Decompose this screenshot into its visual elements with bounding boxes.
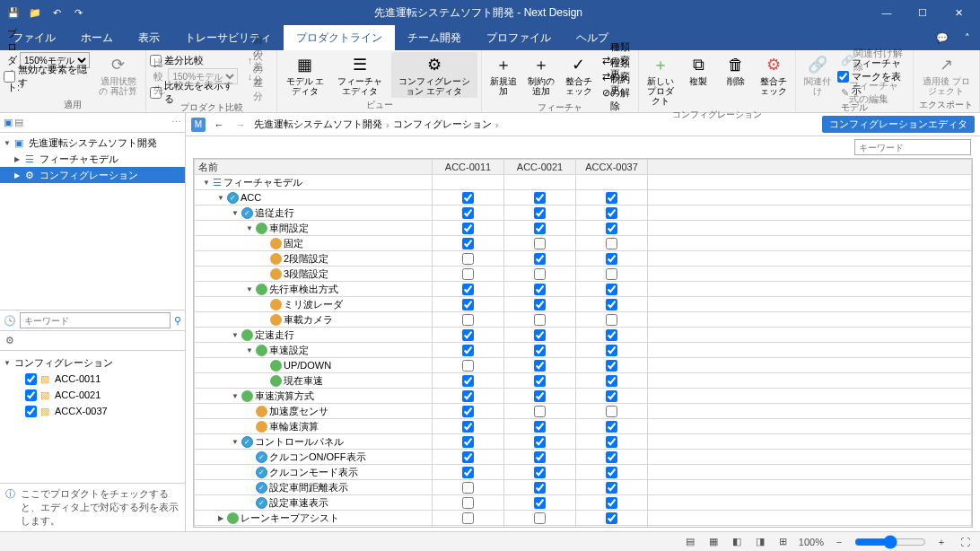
grid-row[interactable]: ▶自動緊急ブレーキ bbox=[195, 526, 972, 529]
next-diff-button[interactable]: ↓次の差分 bbox=[243, 68, 273, 84]
feature-checkbox[interactable] bbox=[534, 497, 546, 509]
feature-checkbox[interactable] bbox=[462, 482, 474, 494]
feature-checkbox[interactable] bbox=[462, 253, 474, 265]
feature-checkbox[interactable] bbox=[606, 268, 617, 280]
feature-checkbox[interactable] bbox=[606, 528, 617, 529]
qat-save-icon[interactable]: 💾 bbox=[4, 3, 23, 22]
feature-checkbox[interactable] bbox=[534, 421, 546, 433]
feature-checkbox[interactable] bbox=[462, 223, 474, 234]
feature-checkbox[interactable] bbox=[462, 329, 474, 341]
grid-row[interactable]: ▼✓ACC bbox=[195, 190, 972, 206]
feature-checkbox[interactable] bbox=[462, 360, 474, 372]
cfg-item[interactable]: ▧ACCX-0037 bbox=[0, 403, 185, 419]
feature-checkbox[interactable] bbox=[462, 268, 474, 280]
feature-checkbox[interactable] bbox=[606, 207, 617, 219]
feature-checkbox[interactable] bbox=[606, 512, 617, 524]
add-constraint-button[interactable]: ＋制約の追加 bbox=[523, 52, 559, 98]
feature-checkbox[interactable] bbox=[534, 284, 546, 295]
associate-button[interactable]: 🔗関連付け bbox=[800, 52, 836, 98]
breadcrumb-segment[interactable]: 先進運転システムソフト開発 bbox=[254, 118, 382, 131]
row-expander[interactable]: ▼ bbox=[231, 331, 240, 339]
feature-checkbox[interactable] bbox=[534, 314, 546, 326]
feature-checkbox[interactable] bbox=[534, 467, 546, 478]
feature-grid[interactable]: 名前ACC-0011ACC-0021ACCX-0037▼☰フィーチャモデル▼✓A… bbox=[193, 158, 973, 528]
tree-root[interactable]: ▼▣先進運転システムソフト開発 bbox=[0, 135, 185, 151]
feature-checkbox[interactable] bbox=[534, 329, 546, 341]
feature-checkbox[interactable] bbox=[462, 375, 474, 387]
feature-checkbox[interactable] bbox=[606, 390, 617, 402]
tab-options-icon[interactable]: ⋯ bbox=[171, 117, 181, 128]
feature-checkbox[interactable] bbox=[606, 299, 617, 310]
sb-view2-icon[interactable]: ▦ bbox=[705, 536, 722, 547]
row-expander[interactable]: ▼ bbox=[245, 346, 254, 354]
feature-checkbox[interactable] bbox=[606, 375, 617, 387]
menu-tab-6[interactable]: プロファイル bbox=[474, 25, 564, 50]
feature-checkbox[interactable] bbox=[462, 467, 474, 478]
feature-checkbox[interactable] bbox=[606, 406, 617, 417]
export-button[interactable]: ↗適用後 プロジェクト bbox=[917, 52, 976, 98]
feature-checkbox[interactable] bbox=[462, 299, 474, 310]
menu-tab-1[interactable]: ホーム bbox=[68, 25, 126, 50]
feature-checkbox[interactable] bbox=[462, 451, 474, 463]
feature-checkbox[interactable] bbox=[606, 238, 617, 249]
grid-row[interactable]: ▶レーンキープアシスト bbox=[195, 511, 972, 526]
row-expander[interactable]: ▶ bbox=[216, 514, 225, 522]
feature-checkbox[interactable] bbox=[606, 284, 617, 295]
maximize-button[interactable]: ☐ bbox=[905, 0, 941, 25]
feature-checkbox[interactable] bbox=[462, 314, 474, 326]
feature-checkbox[interactable] bbox=[606, 314, 617, 326]
feature-checkbox[interactable] bbox=[462, 192, 474, 204]
feature-checkbox[interactable] bbox=[534, 253, 546, 265]
grid-row[interactable]: ▼先行車検出方式 bbox=[195, 282, 972, 297]
grid-row[interactable]: 3段階設定 bbox=[195, 267, 972, 282]
grid-filter-input[interactable] bbox=[854, 139, 971, 155]
feature-checkbox[interactable] bbox=[534, 360, 546, 372]
row-expander[interactable]: ▼ bbox=[231, 209, 240, 217]
feature-checkbox[interactable] bbox=[606, 329, 617, 341]
grid-row[interactable]: UP/DOWN bbox=[195, 358, 972, 373]
fit-button[interactable]: ⛶ bbox=[957, 537, 973, 547]
config-editor-button[interactable]: ⚙コンフィグレーション エディタ bbox=[391, 52, 477, 98]
grid-row[interactable]: ✓設定車速表示 bbox=[195, 495, 972, 511]
feature-checkbox[interactable] bbox=[462, 238, 474, 249]
qat-undo-icon[interactable]: ↶ bbox=[47, 3, 66, 22]
grid-row[interactable]: 固定 bbox=[195, 236, 972, 251]
keyword-input[interactable] bbox=[20, 312, 171, 328]
config-editor-badge[interactable]: コンフィグレーションエディタ bbox=[822, 116, 975, 133]
cfg-item-checkbox[interactable] bbox=[25, 406, 37, 417]
breadcrumb-segment[interactable]: コンフィグレーション bbox=[393, 118, 492, 131]
cfg-item[interactable]: ▧ACC-0011 bbox=[0, 371, 185, 387]
compare-to-select[interactable]: 比較先: 150%モデル bbox=[150, 68, 242, 84]
feature-checkbox[interactable] bbox=[606, 360, 617, 372]
cfg-root[interactable]: ▼コンフィグレーション bbox=[0, 354, 185, 371]
grid-row[interactable]: ▼車間設定 bbox=[195, 221, 972, 236]
grid-row[interactable]: ▼車速設定 bbox=[195, 343, 972, 358]
new-product-button[interactable]: ＋新しい プロダクト bbox=[643, 52, 678, 108]
recent-icon[interactable]: 🕓 bbox=[4, 315, 16, 327]
grid-header[interactable]: ACCX-0037 bbox=[576, 160, 648, 175]
grid-row[interactable]: ミリ波レーダ bbox=[195, 297, 972, 312]
feature-checkbox[interactable] bbox=[534, 406, 546, 417]
feature-checkbox[interactable] bbox=[606, 192, 617, 204]
grid-row[interactable]: 車載カメラ bbox=[195, 312, 972, 328]
filter-icon[interactable]: ⚲ bbox=[174, 315, 181, 327]
zoom-out-button[interactable]: − bbox=[831, 537, 847, 547]
grid-row[interactable]: ▼車速演算方式 bbox=[195, 389, 972, 404]
sb-view4-icon[interactable]: ◨ bbox=[752, 536, 768, 547]
feature-checkbox[interactable] bbox=[462, 390, 474, 402]
hide-invalid-checkbox[interactable]: 無効な要素を隠す bbox=[4, 68, 93, 84]
menu-tab-2[interactable]: 表示 bbox=[126, 25, 172, 50]
row-expander[interactable]: ▼ bbox=[216, 194, 225, 202]
feature-checkbox[interactable] bbox=[606, 223, 617, 234]
grid-header[interactable]: ACC-0021 bbox=[504, 160, 576, 175]
cfg-item-checkbox[interactable] bbox=[25, 373, 37, 385]
row-expander[interactable]: ▼ bbox=[245, 224, 254, 232]
feature-checkbox[interactable] bbox=[534, 345, 546, 356]
tree-configuration[interactable]: ▶⚙コンフィグレーション bbox=[0, 167, 185, 183]
feature-checkbox[interactable] bbox=[534, 238, 546, 249]
collapse-ribbon-icon[interactable]: ˄ bbox=[955, 25, 980, 50]
feature-checkbox[interactable] bbox=[606, 436, 617, 448]
feature-checkbox[interactable] bbox=[462, 207, 474, 219]
nav-back-button[interactable]: ← bbox=[211, 117, 227, 133]
edit-fexpr-button[interactable]: ✎フィーチャ式の編集 bbox=[837, 84, 908, 101]
